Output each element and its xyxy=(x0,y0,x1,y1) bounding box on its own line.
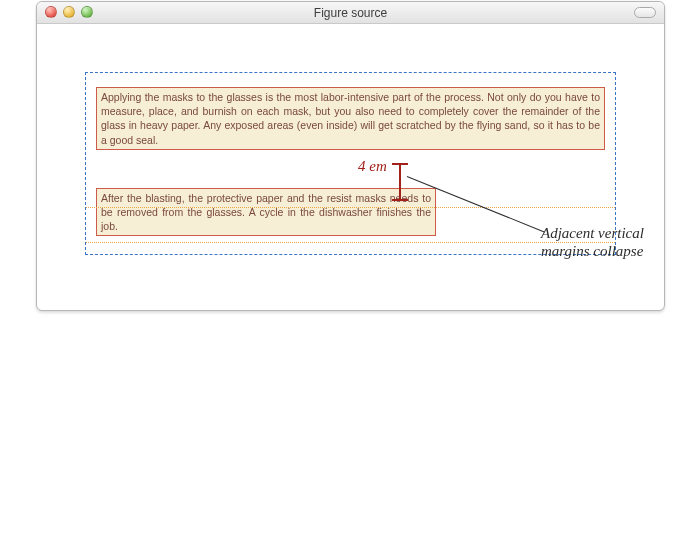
window-content: Applying the masks to the glasses is the… xyxy=(37,24,664,310)
measure-tick-bottom xyxy=(392,199,408,201)
measure-bar xyxy=(399,163,401,199)
browser-window: Figure source Applying the masks to the … xyxy=(36,1,665,311)
window-title: Figure source xyxy=(37,2,664,24)
gap-measurement-label: 4 em xyxy=(358,158,387,175)
callout-text: Adjacent vertical margins collapse xyxy=(541,224,661,260)
paragraph-1: Applying the masks to the glasses is the… xyxy=(96,87,605,150)
titlebar: Figure source xyxy=(37,2,664,24)
toolbar-pill-icon[interactable] xyxy=(634,7,656,18)
paragraph-2: After the blasting, the protective paper… xyxy=(96,188,436,237)
